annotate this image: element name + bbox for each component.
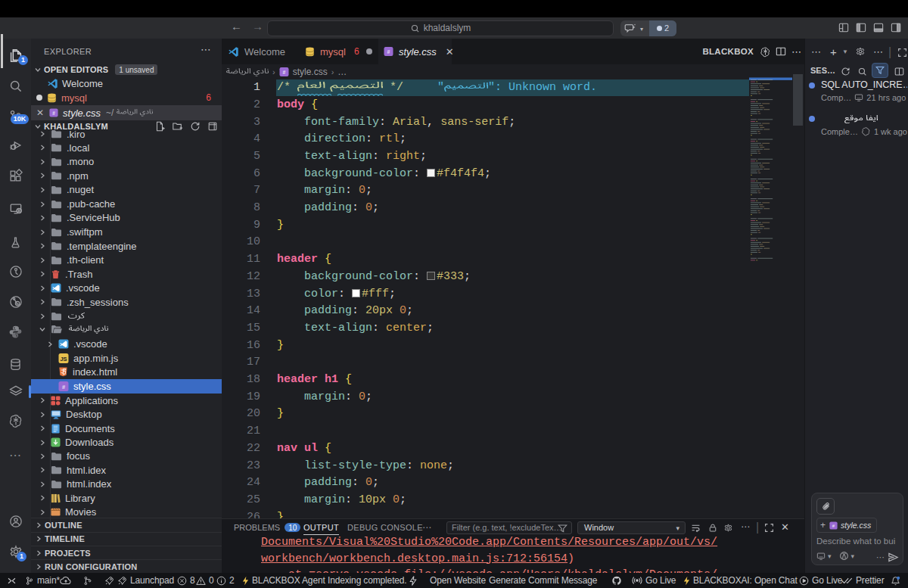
svg-text:#: #: [52, 110, 55, 116]
svg-text:#: #: [387, 49, 390, 54]
svg-text:JS: JS: [60, 356, 67, 362]
svg-text:#: #: [282, 70, 285, 75]
